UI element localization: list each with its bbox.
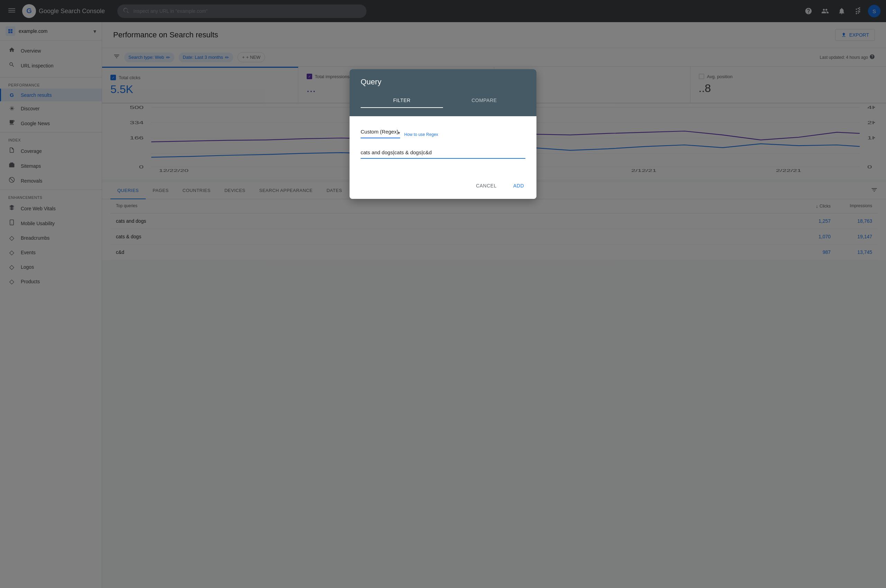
regex-select-wrapper: Custom (Regex) Containing Not containing… xyxy=(361,126,400,138)
modal-tab-compare[interactable]: COMPARE xyxy=(443,93,525,108)
modal-header: Query FILTER COMPARE xyxy=(349,69,537,116)
modal-body: Custom (Regex) Containing Not containing… xyxy=(349,116,537,177)
modal-title: Query xyxy=(361,78,525,87)
modal-select-row: Custom (Regex) Containing Not containing… xyxy=(361,126,525,138)
modal-footer: CANCEL ADD xyxy=(349,177,537,199)
query-modal: Query FILTER COMPARE Custom (Regex) Cont… xyxy=(349,69,537,199)
modal-input-row xyxy=(361,147,525,159)
filter-type-select[interactable]: Custom (Regex) Containing Not containing… xyxy=(361,126,400,138)
modal-tabs: FILTER COMPARE xyxy=(361,93,525,108)
modal-overlay[interactable]: Query FILTER COMPARE Custom (Regex) Cont… xyxy=(0,0,886,588)
regex-help-link[interactable]: How to use Regex xyxy=(404,132,438,137)
modal-tab-filter[interactable]: FILTER xyxy=(361,93,443,108)
regex-input[interactable] xyxy=(361,147,525,159)
cancel-button[interactable]: CANCEL xyxy=(469,180,504,192)
add-button[interactable]: ADD xyxy=(506,180,531,192)
